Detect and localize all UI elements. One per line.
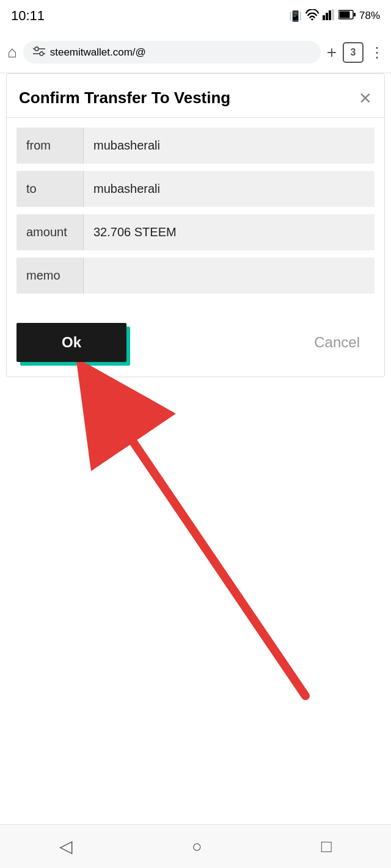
dialog-body: from mubasherali to mubasherali amount 3… [7,118,384,311]
tab-count-badge[interactable]: 3 [343,42,364,63]
wifi-icon [305,9,319,23]
dialog-actions: Ok Cancel [7,311,384,377]
to-value: mubasherali [84,171,375,207]
url-bar[interactable]: steemitwallet.com/@ [23,41,321,63]
home-icon[interactable]: ⌂ [7,43,17,62]
from-row: from mubasherali [16,128,375,164]
vibrate-icon: 📳 [289,10,302,23]
cancel-button[interactable]: Cancel [299,324,375,361]
url-settings-icon [33,46,45,59]
svg-line-15 [119,421,305,696]
ok-button[interactable]: Ok [16,323,126,362]
svg-point-8 [35,47,38,51]
dialog: Confirm Transfer To Vesting ✕ from mubas… [6,73,385,377]
bottom-nav: ◁ ○ □ [0,824,391,868]
svg-point-11 [40,52,43,56]
amount-label: amount [16,214,84,250]
new-tab-icon[interactable]: + [327,43,337,62]
to-label: to [16,171,84,207]
from-label: from [16,128,84,164]
status-time: 10:11 [11,8,45,24]
ok-button-wrapper: Ok [16,323,126,362]
amount-row: amount 32.706 STEEM [16,214,375,250]
memo-value [84,258,375,294]
memo-label: memo [16,258,84,294]
svg-rect-1 [323,15,325,20]
to-row: to mubasherali [16,171,375,207]
svg-rect-2 [326,13,328,20]
svg-rect-4 [332,9,334,20]
battery-percent: 78% [359,10,380,22]
back-nav-icon[interactable]: ◁ [59,836,73,856]
url-text: steemitwallet.com/@ [50,46,146,59]
svg-rect-3 [329,10,331,20]
close-icon[interactable]: ✕ [359,90,372,106]
recent-apps-icon[interactable]: □ [321,837,332,856]
browser-bar: ⌂ steemitwallet.com/@ + 3 ⋮ [0,32,391,73]
status-bar: 10:11 📳 [0,0,391,32]
home-nav-icon[interactable]: ○ [192,837,202,856]
svg-point-0 [311,18,313,20]
status-icons: 📳 78% [289,9,380,23]
more-options-icon[interactable]: ⋮ [370,44,384,61]
signal-icon [323,9,335,23]
svg-rect-7 [339,11,349,18]
dialog-header: Confirm Transfer To Vesting ✕ [7,74,384,118]
dialog-title: Confirm Transfer To Vesting [19,89,230,107]
memo-row: memo [16,258,375,294]
battery-icon [338,10,356,23]
arrow-annotation [0,342,391,708]
from-value: mubasherali [84,128,375,164]
amount-value: 32.706 STEEM [84,214,375,250]
svg-rect-6 [354,13,356,16]
